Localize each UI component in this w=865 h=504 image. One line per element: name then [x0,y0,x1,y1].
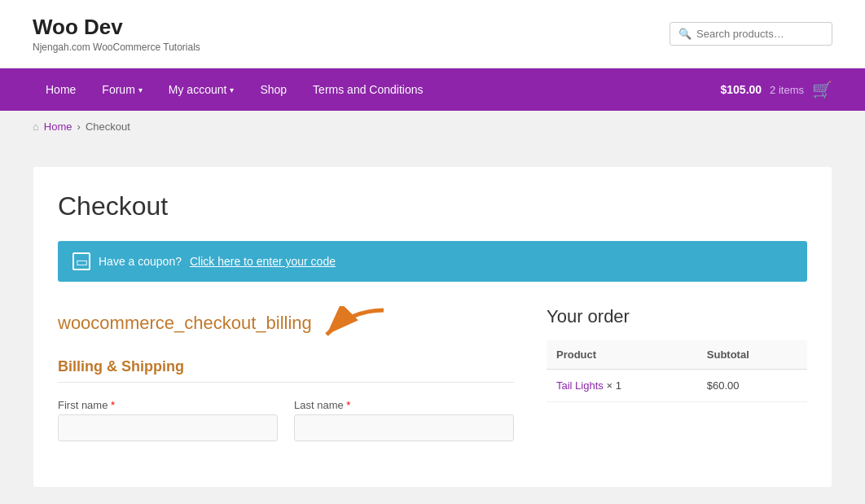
last-name-input[interactable] [294,414,514,441]
order-table-header: Product Subtotal [547,340,807,370]
order-subtotal-cell: $60.00 [697,370,807,402]
main-content: Checkout ▭ Have a coupon? Click here to … [0,142,865,504]
search-icon: 🔍 [678,28,692,40]
breadcrumb-current: Checkout [86,121,130,133]
forum-chevron-icon: ▾ [138,85,143,94]
nav-item-myaccount[interactable]: My account ▾ [156,68,248,111]
subtotal-column-header: Subtotal [697,340,807,370]
myaccount-chevron-icon: ▾ [230,85,234,94]
last-name-required: * [346,399,350,411]
checkout-title: Checkout [58,191,807,221]
nav-item-home[interactable]: Home [33,68,89,111]
coupon-icon: ▭ [72,252,90,270]
billing-code-label: woocommerce_checkout_billing [58,313,312,334]
search-bar[interactable]: 🔍 [670,22,832,46]
first-name-group: First name * [58,399,278,441]
last-name-label: Last name * [294,399,514,411]
cart-count: 2 items [770,84,804,96]
coupon-text: Have a coupon? [99,255,182,268]
search-input[interactable] [696,28,823,40]
product-column-header: Product [547,340,697,370]
checkout-card: Checkout ▭ Have a coupon? Click here to … [33,167,832,487]
site-header: Woo Dev Njengah.com WooCommerce Tutorial… [0,0,865,68]
order-section: Your order Product Subtotal Tail Lights … [547,306,807,454]
order-table: Product Subtotal Tail Lights × 1 $60.00 [547,340,807,402]
last-name-group: Last name * [294,399,514,441]
cart-icon[interactable]: 🛒 [812,80,832,99]
main-nav: Home Forum ▾ My account ▾ Shop Terms and… [0,68,865,111]
site-tagline: Njengah.com WooCommerce Tutorials [33,42,200,53]
site-branding: Woo Dev Njengah.com WooCommerce Tutorial… [33,15,200,53]
billing-code-row: woocommerce_checkout_billing [58,306,514,345]
order-title: Your order [547,306,807,327]
billing-title: Billing & Shipping [58,358,514,383]
first-name-required: * [111,399,115,411]
site-title: Woo Dev [33,15,200,40]
name-form-row: First name * Last name * [58,399,514,441]
checkout-body: woocommerce_checkout_billing [58,306,807,454]
product-quantity: × 1 [606,379,621,392]
product-link[interactable]: Tail Lights [556,379,604,392]
nav-item-shop[interactable]: Shop [247,68,300,111]
breadcrumb-separator: › [77,121,81,133]
nav-item-terms[interactable]: Terms and Conditions [300,68,436,111]
first-name-input[interactable] [58,414,278,441]
home-icon: ⌂ [33,121,39,133]
arrow-icon [318,306,392,345]
order-product-cell: Tail Lights × 1 [547,370,697,402]
first-name-label: First name * [58,399,278,411]
nav-item-forum[interactable]: Forum ▾ [89,68,155,111]
order-table-row: Tail Lights × 1 $60.00 [547,370,807,402]
coupon-link[interactable]: Click here to enter your code [190,255,336,268]
cart-amount: $105.00 [720,83,762,96]
billing-section: woocommerce_checkout_billing [58,306,514,454]
coupon-banner: ▭ Have a coupon? Click here to enter you… [58,241,807,282]
nav-links: Home Forum ▾ My account ▾ Shop Terms and… [33,68,437,111]
nav-cart: $105.00 2 items 🛒 [720,80,832,99]
breadcrumb: ⌂ Home › Checkout [0,111,865,142]
breadcrumb-home-link[interactable]: Home [44,121,72,133]
